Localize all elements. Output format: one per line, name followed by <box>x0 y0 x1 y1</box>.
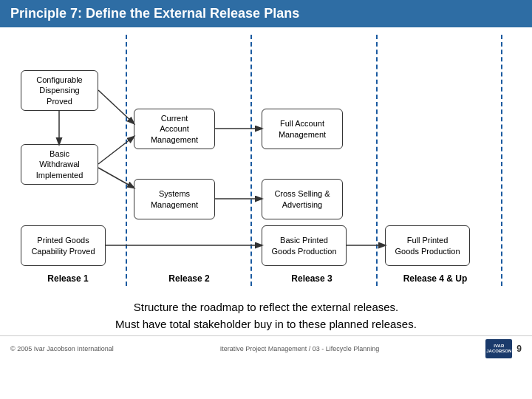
bottom-text: Structure the roadmap to reflect the ext… <box>0 293 532 335</box>
box-full-account: Full Account Management <box>262 109 343 149</box>
title-bar: Principle 7: Define the External Release… <box>0 0 532 27</box>
box-systems-mgmt: Systems Management <box>134 179 215 219</box>
bottom-text-line2: Must have total stakeholder buy in to th… <box>7 316 525 333</box>
box-configurable: Configurable Dispensing Proved <box>21 70 98 111</box>
page-title: Principle 7: Define the External Release… <box>10 6 299 21</box>
box-current-account: Current Account Management <box>134 109 215 149</box>
svg-line-1 <box>98 137 134 164</box>
main-content: Configurable Dispensing Proved Basic Wit… <box>0 27 532 293</box>
box-basic-printed: Basic Printed Goods Production <box>262 225 347 266</box>
logo-box: IVAR JACOBSON <box>485 339 512 358</box>
release-label-3: Release 3 <box>275 273 349 284</box>
footer: © 2005 Ivar Jacobson International Itera… <box>0 335 532 361</box>
footer-left: © 2005 Ivar Jacobson International <box>10 345 114 352</box>
release-label-2: Release 2 <box>152 273 226 284</box>
dashed-line-4 <box>501 35 502 286</box>
page-number: 9 <box>516 344 522 354</box>
box-cross-selling: Cross Selling & Advertising <box>262 179 343 219</box>
svg-line-0 <box>98 90 134 123</box>
dashed-line-3 <box>376 35 378 286</box>
svg-line-2 <box>98 168 134 188</box>
footer-center: Iterative Project Management / 03 - Life… <box>220 345 380 352</box>
box-full-printed: Full Printed Goods Production <box>385 225 470 266</box>
box-basic-withdrawal: Basic Withdrawal Implemented <box>21 144 98 185</box>
footer-logo: IVAR JACOBSON 9 <box>485 339 522 358</box>
release-label-1: Release 1 <box>31 273 105 284</box>
bottom-text-line1: Structure the roadmap to reflect the ext… <box>7 299 525 316</box>
diagram-area: Configurable Dispensing Proved Basic Wit… <box>10 35 522 286</box>
dashed-line-1 <box>126 35 127 286</box>
release-label-4: Release 4 & Up <box>391 273 480 284</box>
box-printed-goods-proved: Printed Goods Capability Proved <box>21 225 106 266</box>
dashed-line-2 <box>250 35 252 286</box>
